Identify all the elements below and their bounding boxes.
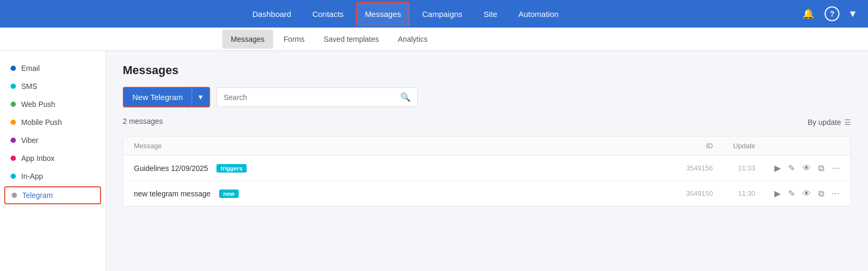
nav-dashboard[interactable]: Dashboard xyxy=(244,2,300,26)
row-message-cell: Guidelines 12/09/2025 triggers xyxy=(134,164,665,173)
play-icon[interactable]: ▶ xyxy=(774,188,781,198)
messages-count: 2 messages xyxy=(123,117,162,125)
nav-campaigns[interactable]: Campaigns xyxy=(414,2,471,26)
sub-navigation: Messages Forms Saved templates Analytics xyxy=(0,28,868,51)
sidebar-label-in-app: In-App xyxy=(21,172,43,180)
table-row: Guidelines 12/09/2025 triggers 3549156 1… xyxy=(123,156,851,181)
toolbar: New Telegram ▼ 🔍 xyxy=(123,87,851,107)
sidebar-item-viber[interactable]: Viber xyxy=(0,131,105,149)
sms-dot xyxy=(11,84,16,89)
new-telegram-dropdown-chevron[interactable]: ▼ xyxy=(192,88,210,106)
edit-icon[interactable]: ✎ xyxy=(788,188,795,198)
row-message-name: new telegram message xyxy=(134,189,211,198)
sort-label: By update xyxy=(808,118,841,127)
row-id: 3549156 xyxy=(665,164,713,172)
nav-messages[interactable]: Messages xyxy=(356,2,409,26)
main-content: Messages New Telegram ▼ 🔍 2 messages By … xyxy=(106,51,868,271)
help-icon[interactable]: ? xyxy=(825,6,839,21)
email-dot xyxy=(11,66,16,71)
account-chevron-icon[interactable]: ▼ xyxy=(848,8,857,20)
new-telegram-button[interactable]: New Telegram ▼ xyxy=(123,87,210,107)
sidebar-label-telegram: Telegram xyxy=(22,191,53,200)
nav-automation[interactable]: Automation xyxy=(510,2,567,26)
sidebar-item-telegram[interactable]: Telegram xyxy=(4,186,101,204)
top-nav-links: Dashboard Contacts Messages Campaigns Si… xyxy=(11,2,800,26)
in-app-dot xyxy=(11,174,16,179)
top-navigation: Dashboard Contacts Messages Campaigns Si… xyxy=(0,0,868,28)
more-icon[interactable]: ⋯ xyxy=(831,188,840,198)
row-badge: new xyxy=(219,189,239,198)
viber-dot xyxy=(11,138,16,143)
view-icon[interactable]: 👁 xyxy=(802,189,811,198)
mobile-push-dot xyxy=(11,120,16,125)
copy-icon[interactable]: ⧉ xyxy=(818,164,824,173)
search-box: 🔍 xyxy=(216,87,418,107)
sidebar-label-sms: SMS xyxy=(21,82,37,91)
top-nav-icons: 🔔 ? ▼ xyxy=(800,6,857,22)
web-push-dot xyxy=(11,102,16,107)
row-actions: ▶ ✎ 👁 ⧉ ⋯ xyxy=(755,188,840,198)
sidebar-item-sms[interactable]: SMS xyxy=(0,77,105,95)
telegram-dot xyxy=(12,193,17,198)
sidebar-item-in-app[interactable]: In-App xyxy=(0,167,105,185)
search-icon: 🔍 xyxy=(400,92,411,102)
subnav-forms[interactable]: Forms xyxy=(275,30,313,49)
table-row: new telegram message new 3549150 11:30 ▶… xyxy=(123,181,851,206)
sidebar-item-app-inbox[interactable]: App Inbox xyxy=(0,149,105,167)
col-header-id: ID xyxy=(665,142,713,150)
edit-icon[interactable]: ✎ xyxy=(788,163,795,173)
row-message-cell: new telegram message new xyxy=(134,189,665,198)
row-message-name: Guidelines 12/09/2025 xyxy=(134,164,208,173)
sidebar-label-app-inbox: App Inbox xyxy=(21,154,55,162)
sidebar-label-web-push: Web Push xyxy=(21,100,55,109)
copy-icon[interactable]: ⧉ xyxy=(818,189,824,198)
main-layout: Email SMS Web Push Mobile Push Viber App… xyxy=(0,51,868,271)
row-actions: ▶ ✎ 👁 ⧉ ⋯ xyxy=(755,163,840,173)
new-telegram-main[interactable]: New Telegram xyxy=(124,88,192,106)
nav-contacts[interactable]: Contacts xyxy=(304,2,352,26)
col-header-message: Message xyxy=(134,142,665,150)
page-title: Messages xyxy=(123,64,851,77)
row-id: 3549150 xyxy=(665,189,713,197)
sort-icon: ☰ xyxy=(844,118,851,127)
app-inbox-dot xyxy=(11,156,16,161)
sidebar-label-mobile-push: Mobile Push xyxy=(21,118,62,127)
sidebar-item-mobile-push[interactable]: Mobile Push xyxy=(0,113,105,131)
sidebar-item-web-push[interactable]: Web Push xyxy=(0,95,105,113)
col-header-update: Update xyxy=(713,142,755,150)
nav-site[interactable]: Site xyxy=(475,2,506,26)
view-icon[interactable]: 👁 xyxy=(802,164,811,173)
search-input[interactable] xyxy=(223,93,396,102)
play-icon[interactable]: ▶ xyxy=(774,163,781,173)
sidebar: Email SMS Web Push Mobile Push Viber App… xyxy=(0,51,106,271)
sidebar-item-email[interactable]: Email xyxy=(0,59,105,77)
sort-bar[interactable]: By update ☰ xyxy=(808,118,851,127)
more-icon[interactable]: ⋯ xyxy=(831,163,840,173)
row-badge: triggers xyxy=(216,164,247,173)
row-update: 11:30 xyxy=(713,189,755,197)
subnav-messages[interactable]: Messages xyxy=(222,30,273,49)
subnav-saved-templates[interactable]: Saved templates xyxy=(315,30,387,49)
sidebar-label-viber: Viber xyxy=(21,136,38,144)
table-header: Message ID Update xyxy=(123,137,851,156)
sidebar-label-email: Email xyxy=(21,64,40,73)
subnav-analytics[interactable]: Analytics xyxy=(390,30,436,49)
bell-icon[interactable]: 🔔 xyxy=(800,6,816,22)
messages-table: Message ID Update Guidelines 12/09/2025 … xyxy=(123,136,851,206)
row-update: 11:33 xyxy=(713,164,755,172)
